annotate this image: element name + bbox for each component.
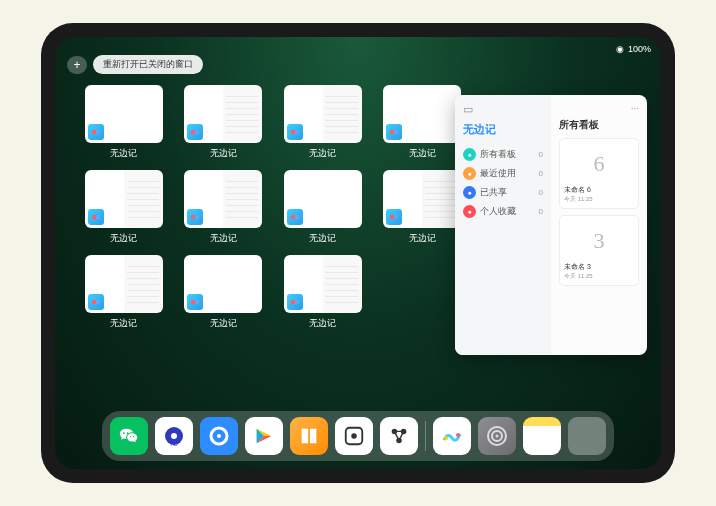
ipad-frame: ◉ 100% + 重新打开已关闭的窗口 无边记无边记无边记无边记无边记无边记无边…: [41, 23, 675, 483]
svg-point-10: [444, 436, 448, 440]
dock-app-connect[interactable]: [380, 417, 418, 455]
window-label: 无边记: [309, 147, 336, 160]
window-label: 无边记: [110, 317, 137, 330]
window-label: 无边记: [210, 317, 237, 330]
nav-count: 0: [539, 150, 543, 159]
battery-label: 100%: [628, 44, 651, 54]
window-item[interactable]: 无边记: [282, 170, 364, 245]
window-label: 无边记: [409, 232, 436, 245]
window-item[interactable]: 无边记: [382, 170, 464, 245]
window-label: 无边记: [110, 232, 137, 245]
freeform-app-icon: [187, 124, 203, 140]
freeform-app-icon: [386, 209, 402, 225]
window-thumbnail[interactable]: [85, 85, 163, 143]
dock: HD: [102, 411, 614, 461]
panel-content: ··· 所有看板 6未命名 6今天 11:253未命名 3今天 11:25: [551, 95, 647, 355]
reopen-closed-window-button[interactable]: 重新打开已关闭的窗口: [93, 55, 203, 74]
nav-label: 最近使用: [480, 167, 516, 180]
window-thumbnail[interactable]: [284, 170, 362, 228]
window-label: 无边记: [409, 147, 436, 160]
dock-app-wechat[interactable]: [110, 417, 148, 455]
window-item[interactable]: 无边记: [183, 170, 265, 245]
window-label: 无边记: [309, 317, 336, 330]
sidebar-nav-item[interactable]: ●已共享0: [463, 183, 543, 202]
freeform-app-icon: [287, 209, 303, 225]
board-name: 未命名 6: [564, 185, 634, 195]
window-item[interactable]: 无边记: [183, 85, 265, 160]
board-name: 未命名 3: [564, 262, 634, 272]
window-item[interactable]: 无边记: [83, 170, 165, 245]
dock-app-quark[interactable]: [200, 417, 238, 455]
dock-app-settings[interactable]: [478, 417, 516, 455]
svg-point-6: [351, 433, 357, 439]
sidebar-toggle-icon[interactable]: ▭: [463, 103, 543, 116]
nav-count: 0: [539, 188, 543, 197]
window-label: 无边记: [210, 232, 237, 245]
dock-app-quark-hd[interactable]: HD: [155, 417, 193, 455]
svg-point-14: [496, 435, 499, 438]
nav-label: 所有看板: [480, 148, 516, 161]
window-item[interactable]: 无边记: [282, 255, 364, 330]
freeform-app-icon: [88, 209, 104, 225]
more-menu[interactable]: ···: [559, 103, 639, 114]
dock-app-folder[interactable]: [568, 417, 606, 455]
window-thumbnail[interactable]: [284, 85, 362, 143]
dock-app-notes[interactable]: [523, 417, 561, 455]
nav-icon: ●: [463, 205, 476, 218]
freeform-app-icon: [386, 124, 402, 140]
window-item[interactable]: 无边记: [382, 85, 464, 160]
window-label: 无边记: [110, 147, 137, 160]
dock-app-play[interactable]: [245, 417, 283, 455]
nav-label: 已共享: [480, 186, 507, 199]
nav-icon: ●: [463, 167, 476, 180]
freeform-app-icon: [287, 294, 303, 310]
window-thumbnail[interactable]: [85, 170, 163, 228]
window-item[interactable]: 无边记: [183, 255, 265, 330]
window-thumbnail[interactable]: [184, 85, 262, 143]
board-date: 今天 11:25: [564, 272, 634, 281]
svg-text:HD: HD: [170, 441, 178, 447]
nav-icon: ●: [463, 186, 476, 199]
nav-icon: ●: [463, 148, 476, 161]
screen: ◉ 100% + 重新打开已关闭的窗口 无边记无边记无边记无边记无边记无边记无边…: [55, 37, 661, 469]
panel-sidebar: ▭ 无边记 ●所有看板0●最近使用0●已共享0●个人收藏0: [455, 95, 551, 355]
board-date: 今天 11:25: [564, 195, 634, 204]
sidebar-nav-item[interactable]: ●个人收藏0: [463, 202, 543, 221]
board-preview: 6: [564, 143, 634, 185]
window-thumbnail[interactable]: [383, 170, 461, 228]
board-card[interactable]: 3未命名 3今天 11:25: [559, 215, 639, 286]
app-title: 无边记: [463, 122, 543, 137]
window-label: 无边记: [309, 232, 336, 245]
nav-count: 0: [539, 169, 543, 178]
freeform-app-icon: [187, 209, 203, 225]
wifi-icon: ◉: [616, 44, 624, 54]
add-button[interactable]: +: [67, 56, 87, 74]
freeform-app-icon: [187, 294, 203, 310]
window-item[interactable]: 无边记: [282, 85, 364, 160]
sidebar-nav-item[interactable]: ●所有看板0: [463, 145, 543, 164]
nav-count: 0: [539, 207, 543, 216]
freeform-app-icon: [88, 294, 104, 310]
dock-app-books[interactable]: [290, 417, 328, 455]
top-bar: + 重新打开已关闭的窗口: [67, 55, 203, 74]
board-preview: 3: [564, 220, 634, 262]
svg-point-1: [171, 433, 177, 439]
window-thumbnail[interactable]: [284, 255, 362, 313]
window-item[interactable]: 无边记: [83, 255, 165, 330]
content-title: 所有看板: [559, 118, 639, 132]
window-thumbnail[interactable]: [85, 255, 163, 313]
window-item[interactable]: 无边记: [83, 85, 165, 160]
nav-label: 个人收藏: [480, 205, 516, 218]
sidebar-nav-item[interactable]: ●最近使用0: [463, 164, 543, 183]
dock-app-freeform[interactable]: [433, 417, 471, 455]
freeform-app-icon: [287, 124, 303, 140]
window-label: 无边记: [210, 147, 237, 160]
svg-point-9: [396, 438, 402, 444]
svg-point-11: [456, 433, 460, 437]
window-thumbnail[interactable]: [383, 85, 461, 143]
board-card[interactable]: 6未命名 6今天 11:25: [559, 138, 639, 209]
freeform-panel[interactable]: ▭ 无边记 ●所有看板0●最近使用0●已共享0●个人收藏0 ··· 所有看板 6…: [455, 95, 647, 355]
window-thumbnail[interactable]: [184, 255, 262, 313]
dock-app-game[interactable]: [335, 417, 373, 455]
window-thumbnail[interactable]: [184, 170, 262, 228]
